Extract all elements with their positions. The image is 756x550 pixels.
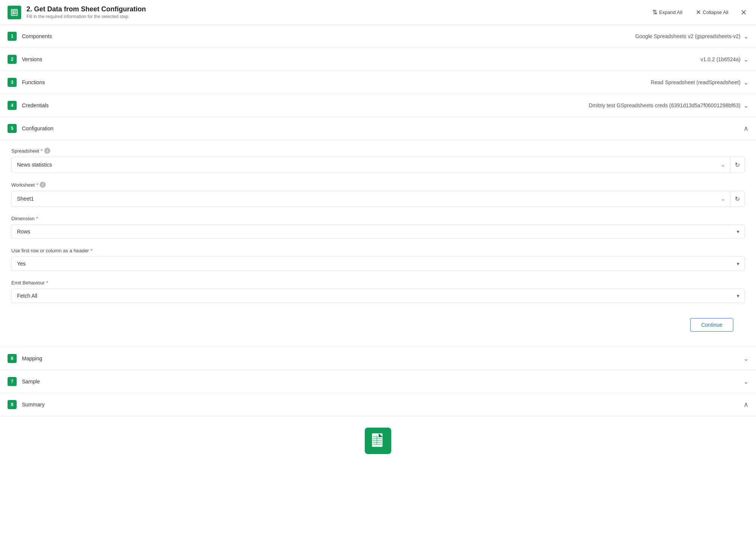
chevron-up-icon: ∧ (744, 400, 748, 409)
worksheet-label-text: Worksheet (11, 182, 35, 188)
section-label-credentials: Credentials (22, 102, 49, 108)
section-value-credentials: Dmitriy test GSpreadsheets creds (6391d1… (589, 102, 748, 109)
continue-row: Continue (11, 312, 745, 339)
chevron-down-icon: ⌄ (744, 56, 748, 63)
required-star-emit: * (46, 280, 48, 286)
section-value-functions: Read Spreadsheet (readSpreadsheet) ⌄ (651, 79, 748, 86)
versions-value-text: v1.0.2 (1b6524a) (700, 56, 741, 62)
section-row-credentials[interactable]: 4 Credentials Dmitriy test GSpreadsheets… (0, 94, 756, 117)
field-group-dimension: Dimension* Rows Columns (11, 216, 745, 239)
section-left-functions: 3 Functions (8, 78, 45, 87)
expand-all-label: Expand All (659, 9, 682, 15)
close-button[interactable]: ✕ (739, 7, 748, 18)
app-icon (8, 6, 21, 19)
chevron-up-icon: ∧ (744, 124, 748, 133)
header-right: ⇅ Expand All ✕ Collapse All ✕ (649, 7, 748, 18)
section-row-functions[interactable]: 3 Functions Read Spreadsheet (readSpread… (0, 71, 756, 94)
expand-all-button[interactable]: ⇅ Expand All (649, 7, 685, 17)
step-badge-7: 7 (8, 377, 17, 386)
dimension-select-wrapper: Rows Columns (11, 224, 745, 239)
configuration-header[interactable]: 5 Configuration ∧ (0, 117, 756, 140)
step-badge-6: 6 (8, 354, 17, 363)
components-value-text: Google Spreadsheets v2 (gspreadsheets-v2… (635, 33, 741, 39)
spreadsheet-select[interactable]: News statistics (12, 158, 716, 171)
worksheet-chevron-button[interactable]: ⌄ (716, 191, 730, 206)
section-left-configuration: 5 Configuration (8, 124, 53, 133)
section-value-versions: v1.0.2 (1b6524a) ⌄ (700, 56, 748, 63)
section-label-configuration: Configuration (22, 125, 53, 131)
section-label-sample: Sample (22, 379, 40, 385)
worksheet-select-wrapper: Sheet1 ⌄ ↻ (11, 191, 745, 207)
emit-field-label: Emit Behaviour* (11, 280, 745, 286)
dimension-select[interactable]: Rows Columns (11, 224, 745, 239)
field-group-worksheet: Worksheet* i Sheet1 ⌄ ↻ (11, 182, 745, 207)
credentials-value-text: Dmitriy test GSpreadsheets creds (6391d1… (589, 102, 741, 108)
info-icon-worksheet[interactable]: i (40, 182, 46, 188)
chevron-down-icon: ⌄ (744, 355, 748, 362)
worksheet-field-label: Worksheet* i (11, 182, 745, 188)
section-label-mapping: Mapping (22, 355, 42, 362)
worksheet-select[interactable]: Sheet1 (12, 192, 716, 205)
continue-button[interactable]: Continue (690, 318, 733, 332)
functions-value-text: Read Spreadsheet (readSpreadsheet) (651, 79, 741, 85)
svg-rect-0 (11, 9, 18, 15)
collapse-all-icon: ✕ (696, 9, 701, 16)
header-field-label: Use first row or column as a header* (11, 248, 745, 253)
modal-header: 2. Get Data from Sheet Configuration Fil… (0, 0, 756, 25)
section-row-summary[interactable]: 8 Summary ∧ (0, 393, 756, 416)
section-left-credentials: 4 Credentials (8, 101, 49, 110)
section-label-summary: Summary (22, 402, 45, 408)
section-label-components: Components (22, 33, 52, 39)
dimension-label-text: Dimension (11, 216, 34, 221)
spreadsheet-chevron-button[interactable]: ⌄ (716, 157, 730, 172)
collapse-all-button[interactable]: ✕ Collapse All (693, 7, 731, 17)
section-row-mapping[interactable]: 6 Mapping ⌄ (0, 347, 756, 370)
section-row-sample[interactable]: 7 Sample ⌄ (0, 370, 756, 393)
emit-select[interactable]: Fetch All Emit Individually (11, 289, 745, 303)
spreadsheet-refresh-button[interactable]: ↻ (730, 157, 744, 172)
step-badge-4: 4 (8, 101, 17, 110)
step-badge-8: 8 (8, 400, 17, 409)
emit-select-wrapper: Fetch All Emit Individually (11, 289, 745, 303)
step-badge-3: 3 (8, 78, 17, 87)
section-left-summary: 8 Summary (8, 400, 45, 409)
step-badge-2: 2 (8, 55, 17, 64)
emit-label-text: Emit Behaviour (11, 280, 45, 286)
spreadsheet-select-wrapper: News statistics ⌄ ↻ (11, 157, 745, 173)
configuration-body: Spreadsheet* i News statistics ⌄ ↻ Works… (0, 140, 756, 347)
step-badge-5: 5 (8, 124, 17, 133)
page-title: 2. Get Data from Sheet Configuration (26, 5, 146, 13)
section-row-versions[interactable]: 2 Versions v1.0.2 (1b6524a) ⌄ (0, 48, 756, 71)
info-icon-spreadsheet[interactable]: i (44, 148, 50, 154)
bottom-icon-section (0, 416, 756, 462)
page-subtitle: Fill in the required information for the… (26, 14, 146, 19)
google-sheets-icon (365, 428, 391, 454)
svg-rect-8 (376, 436, 377, 445)
header-label-text: Use first row or column as a header (11, 248, 89, 253)
step-badge-1: 1 (8, 32, 17, 41)
section-label-versions: Versions (22, 56, 42, 62)
required-star-dimension: * (36, 216, 38, 221)
chevron-down-icon: ⌄ (744, 79, 748, 86)
collapse-all-label: Collapse All (703, 9, 728, 15)
section-left-mapping: 6 Mapping (8, 354, 42, 363)
required-star-worksheet: * (36, 182, 38, 188)
section-value-components: Google Spreadsheets v2 (gspreadsheets-v2… (635, 33, 748, 40)
section-configuration: 5 Configuration ∧ Spreadsheet* i News st… (0, 117, 756, 347)
field-group-header: Use first row or column as a header* Yes… (11, 248, 745, 271)
chevron-down-icon: ⌄ (744, 378, 748, 385)
section-left-components: 1 Components (8, 32, 52, 41)
section-left-sample: 7 Sample (8, 377, 40, 386)
header-select[interactable]: Yes No (11, 256, 745, 271)
header-select-wrapper: Yes No (11, 256, 745, 271)
required-star-spreadsheet: * (41, 148, 43, 154)
field-group-emit: Emit Behaviour* Fetch All Emit Individua… (11, 280, 745, 303)
required-star-header: * (90, 248, 92, 253)
section-row-components[interactable]: 1 Components Google Spreadsheets v2 (gsp… (0, 25, 756, 48)
header-left: 2. Get Data from Sheet Configuration Fil… (8, 5, 146, 19)
worksheet-refresh-button[interactable]: ↻ (730, 191, 744, 206)
title-block: 2. Get Data from Sheet Configuration Fil… (26, 5, 146, 19)
dimension-field-label: Dimension* (11, 216, 745, 221)
chevron-down-icon: ⌄ (744, 102, 748, 109)
chevron-down-icon: ⌄ (744, 33, 748, 40)
